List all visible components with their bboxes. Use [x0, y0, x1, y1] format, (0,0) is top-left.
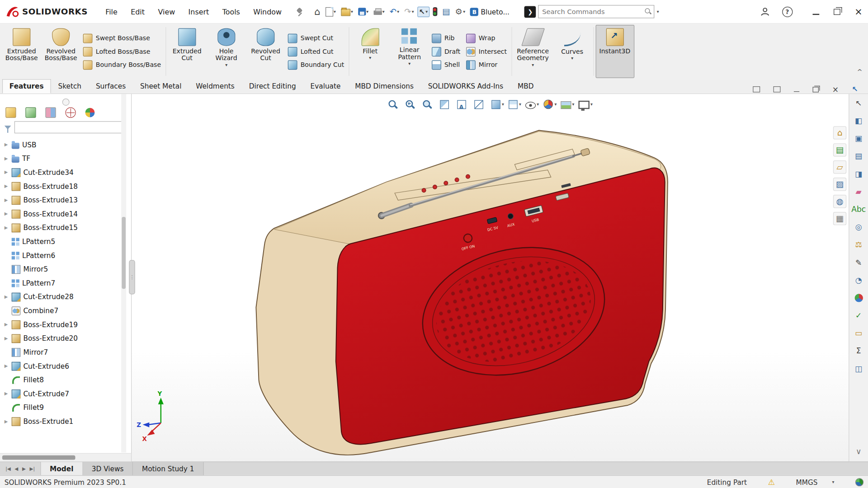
dropdown-caret[interactable]: ▾: [225, 62, 227, 67]
search-input[interactable]: [541, 7, 645, 16]
right-toolbar-button[interactable]: ✓: [852, 309, 865, 322]
panel-grip-handle[interactable]: [62, 99, 69, 106]
help-icon[interactable]: ?: [782, 6, 793, 17]
restore-button[interactable]: [834, 9, 840, 14]
tree-item[interactable]: ▶ Mirror7: [3, 345, 131, 359]
select-button[interactable]: ↖▾: [417, 6, 429, 17]
warning-icon[interactable]: ⚠: [768, 478, 775, 487]
task-pane-tab[interactable]: ▤: [833, 143, 846, 156]
expand-arrow-icon[interactable]: ▶: [3, 211, 9, 216]
document-tab[interactable]: Model: [41, 462, 83, 475]
expand-arrow-icon[interactable]: ▶: [3, 225, 9, 230]
right-toolbar-button[interactable]: [852, 291, 865, 304]
chevron-down-icon[interactable]: ▾: [463, 9, 465, 14]
hud-button[interactable]: ▾: [405, 99, 418, 109]
ribbon-button[interactable]: Reference Geometry ▾: [514, 25, 552, 78]
chevron-down-icon[interactable]: ▾: [412, 9, 414, 14]
tree-item[interactable]: ▶ Boss-Extrude1: [3, 414, 131, 428]
ribbon-tab[interactable]: Sketch: [51, 79, 89, 94]
tree-item[interactable]: ▶ Boss-Extrude20: [3, 331, 131, 345]
expand-arrow-icon[interactable]: ▶: [3, 156, 9, 161]
expand-arrow-icon[interactable]: ▶: [3, 184, 9, 189]
ribbon-tab[interactable]: Sheet Metal: [133, 79, 189, 94]
task-pane-tab[interactable]: ▦: [833, 212, 846, 225]
search-dropdown-caret[interactable]: ▾: [657, 9, 659, 14]
file-properties-button[interactable]: ▤: [440, 5, 452, 18]
right-toolbar-button[interactable]: ∨: [852, 445, 865, 458]
dropdown-caret[interactable]: ▾: [408, 61, 410, 66]
tree-item[interactable]: ▶ Fillet8: [3, 373, 131, 387]
dropdown-caret[interactable]: ▾: [532, 62, 534, 67]
command-prompt-icon[interactable]: ❯: [524, 6, 536, 18]
panel-tab-icon[interactable]: [45, 108, 56, 118]
tree-item[interactable]: ▶ Boss-Extrude15: [3, 221, 131, 235]
ribbon-button[interactable]: Extruded Cut ▾: [168, 25, 207, 78]
options-button[interactable]: ⚙▾: [453, 5, 467, 18]
doc-restore-button[interactable]: [813, 87, 819, 92]
undo-button[interactable]: ↶▾: [388, 6, 401, 18]
chevron-down-icon[interactable]: ▾: [351, 9, 353, 14]
pin-icon[interactable]: [295, 7, 304, 16]
task-pane-tab[interactable]: ▨: [833, 178, 846, 191]
hud-button[interactable]: ▾: [508, 99, 521, 109]
scrollbar-thumb[interactable]: [122, 217, 126, 289]
expand-arrow-icon[interactable]: ▶: [3, 336, 9, 341]
menu-item[interactable]: View: [152, 5, 180, 19]
ribbon-button[interactable]: Instant3D ▾: [595, 25, 634, 78]
chevron-down-icon[interactable]: ▾: [554, 102, 557, 107]
ribbon-small-button[interactable]: Draft: [430, 46, 462, 56]
ribbon-button[interactable]: Hole Wizard ▾: [207, 25, 246, 78]
ribbon-collapse-icon[interactable]: ^: [857, 68, 862, 76]
right-toolbar-button[interactable]: ✎: [852, 256, 865, 269]
expand-arrow-icon[interactable]: ▶: [3, 142, 9, 147]
expand-arrow-icon[interactable]: ▶: [3, 170, 9, 175]
chevron-down-icon[interactable]: ▾: [382, 9, 385, 14]
hud-button[interactable]: ▾: [439, 99, 453, 109]
expand-arrow-icon[interactable]: ▶: [3, 419, 9, 424]
tree-item[interactable]: ▶ Boss-Extrude14: [3, 207, 131, 221]
hud-button[interactable]: ▾: [388, 99, 401, 109]
redo-button[interactable]: ↷▾: [403, 6, 416, 18]
panel-splitter[interactable]: ⋮: [129, 260, 135, 295]
hud-button[interactable]: ▾: [543, 99, 557, 109]
right-toolbar-button[interactable]: Abc: [852, 202, 865, 216]
units-selector[interactable]: MMGS ▾: [796, 478, 835, 486]
tab-nav-button[interactable]: ◀: [14, 465, 19, 473]
ribbon-small-button[interactable]: Rib: [430, 33, 462, 43]
ribbon-button[interactable]: Revolved Cut ▾: [246, 25, 285, 78]
bluetooth-button[interactable]: BBlueto...: [468, 6, 511, 18]
hud-button[interactable]: ▾: [491, 99, 504, 109]
hud-button[interactable]: ▾: [561, 99, 575, 109]
ribbon-small-button[interactable]: Swept Boss/Base: [81, 33, 163, 43]
chevron-down-icon[interactable]: ▾: [519, 102, 521, 107]
chevron-down-icon[interactable]: ▾: [572, 102, 575, 107]
doc-minimize-button[interactable]: [794, 87, 799, 92]
expand-arrow-icon[interactable]: ▶: [3, 197, 9, 202]
hud-button[interactable]: ▾: [422, 99, 435, 109]
tree-item[interactable]: ▶ Cut-Extrude6: [3, 359, 131, 373]
tag-sphere-icon[interactable]: [855, 478, 863, 486]
tile-window-icon[interactable]: [774, 86, 781, 92]
tab-nav-button[interactable]: |◀: [5, 465, 12, 473]
ribbon-small-button[interactable]: Swept Cut: [286, 33, 346, 43]
task-pane-tab[interactable]: ▱: [833, 160, 846, 174]
menu-item[interactable]: Tools: [217, 5, 245, 19]
ribbon-small-button[interactable]: Lofted Cut: [286, 46, 346, 56]
model-3d-radio[interactable]: OFF ON DC 5V AUX USB: [132, 94, 849, 461]
tab-nav-button[interactable]: ▶: [21, 465, 27, 473]
ribbon-button[interactable]: Curves ▾: [553, 25, 592, 78]
select-tool-icon[interactable]: ↖: [852, 85, 858, 94]
ribbon-tab[interactable]: MBD Dimensions: [348, 79, 421, 94]
ribbon-small-button[interactable]: Lofted Boss/Base: [81, 46, 163, 56]
chevron-down-icon[interactable]: ▾: [366, 9, 368, 14]
tree-item[interactable]: ▶ Boss-Extrude19: [3, 318, 131, 332]
tab-nav-button[interactable]: ▶|: [28, 465, 36, 473]
right-toolbar-button[interactable]: ◧: [852, 114, 865, 127]
tree-item[interactable]: ▶ Boss-Extrude13: [3, 193, 131, 207]
hud-button[interactable]: ▾: [578, 99, 593, 109]
ribbon-tab[interactable]: Direct Editing: [242, 79, 303, 94]
ribbon-button[interactable]: Linear Pattern ▾: [390, 25, 429, 78]
ribbon-button[interactable]: Revolved Boss/Base ▾: [42, 25, 80, 78]
document-tab[interactable]: Motion Study 1: [133, 462, 203, 475]
chevron-down-icon[interactable]: ▾: [425, 9, 428, 14]
